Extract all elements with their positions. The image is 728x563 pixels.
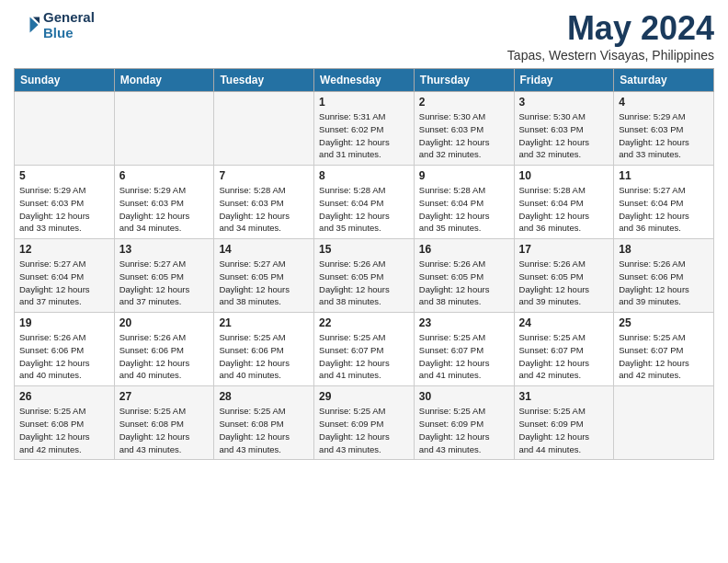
calendar-cell: 28Sunrise: 5:25 AMSunset: 6:08 PMDayligh… xyxy=(214,386,314,460)
weekday-tuesday: Tuesday xyxy=(214,69,314,92)
calendar-cell: 2Sunrise: 5:30 AMSunset: 6:03 PMDaylight… xyxy=(414,92,514,166)
week-row-2: 5Sunrise: 5:29 AMSunset: 6:03 PMDaylight… xyxy=(15,166,714,239)
day-info: Sunrise: 5:27 AMSunset: 6:05 PMDaylight:… xyxy=(119,258,210,308)
day-number: 8 xyxy=(319,169,409,182)
weekday-thursday: Thursday xyxy=(414,69,514,92)
logo-text: General Blue xyxy=(43,9,95,40)
day-info: Sunrise: 5:25 AMSunset: 6:09 PMDaylight:… xyxy=(319,405,409,455)
calendar-cell: 13Sunrise: 5:27 AMSunset: 6:05 PMDayligh… xyxy=(114,239,214,313)
day-info: Sunrise: 5:28 AMSunset: 6:04 PMDaylight:… xyxy=(319,184,409,235)
day-number: 20 xyxy=(119,316,210,329)
calendar-cell xyxy=(614,386,714,460)
day-info: Sunrise: 5:26 AMSunset: 6:05 PMDaylight:… xyxy=(319,258,409,308)
day-number: 24 xyxy=(519,316,609,329)
day-info: Sunrise: 5:26 AMSunset: 6:06 PMDaylight:… xyxy=(19,331,109,382)
weekday-header-row: SundayMondayTuesdayWednesdayThursdayFrid… xyxy=(15,69,714,92)
day-info: Sunrise: 5:27 AMSunset: 6:05 PMDaylight:… xyxy=(219,258,309,308)
day-info: Sunrise: 5:27 AMSunset: 6:04 PMDaylight:… xyxy=(19,258,109,308)
calendar-cell: 4Sunrise: 5:29 AMSunset: 6:03 PMDaylight… xyxy=(614,92,714,166)
calendar-cell: 14Sunrise: 5:27 AMSunset: 6:05 PMDayligh… xyxy=(214,239,314,313)
day-info: Sunrise: 5:30 AMSunset: 6:03 PMDaylight:… xyxy=(519,110,609,161)
calendar-cell: 10Sunrise: 5:28 AMSunset: 6:04 PMDayligh… xyxy=(514,166,614,239)
calendar-cell: 17Sunrise: 5:26 AMSunset: 6:05 PMDayligh… xyxy=(514,239,614,313)
day-number: 1 xyxy=(319,96,409,109)
day-number: 19 xyxy=(19,316,109,329)
calendar-cell xyxy=(214,92,314,166)
day-number: 4 xyxy=(619,96,709,109)
weekday-sunday: Sunday xyxy=(15,69,115,92)
day-number: 25 xyxy=(619,316,709,329)
day-info: Sunrise: 5:25 AMSunset: 6:08 PMDaylight:… xyxy=(119,405,210,455)
day-info: Sunrise: 5:25 AMSunset: 6:07 PMDaylight:… xyxy=(419,331,509,382)
day-number: 7 xyxy=(219,169,309,182)
calendar-cell: 7Sunrise: 5:28 AMSunset: 6:03 PMDaylight… xyxy=(214,166,314,239)
weekday-friday: Friday xyxy=(514,69,614,92)
day-info: Sunrise: 5:29 AMSunset: 6:03 PMDaylight:… xyxy=(19,184,109,235)
day-info: Sunrise: 5:29 AMSunset: 6:03 PMDaylight:… xyxy=(119,184,210,235)
day-number: 28 xyxy=(219,390,309,403)
week-row-4: 19Sunrise: 5:26 AMSunset: 6:06 PMDayligh… xyxy=(15,313,714,386)
weekday-monday: Monday xyxy=(114,69,214,92)
page-header: General Blue May 2024 Tapas, Western Vis… xyxy=(14,9,714,63)
weekday-saturday: Saturday xyxy=(614,69,714,92)
day-number: 15 xyxy=(319,243,409,256)
day-info: Sunrise: 5:28 AMSunset: 6:03 PMDaylight:… xyxy=(219,184,309,235)
day-number: 14 xyxy=(219,243,309,256)
day-info: Sunrise: 5:28 AMSunset: 6:04 PMDaylight:… xyxy=(519,184,609,235)
day-number: 27 xyxy=(119,390,210,403)
day-number: 5 xyxy=(19,169,109,182)
calendar-cell: 19Sunrise: 5:26 AMSunset: 6:06 PMDayligh… xyxy=(15,313,115,386)
day-info: Sunrise: 5:25 AMSunset: 6:09 PMDaylight:… xyxy=(519,405,609,455)
calendar-cell: 26Sunrise: 5:25 AMSunset: 6:08 PMDayligh… xyxy=(15,386,115,460)
calendar-cell: 30Sunrise: 5:25 AMSunset: 6:09 PMDayligh… xyxy=(414,386,514,460)
day-number: 31 xyxy=(519,390,609,403)
day-number: 9 xyxy=(419,169,509,182)
calendar-cell: 25Sunrise: 5:25 AMSunset: 6:07 PMDayligh… xyxy=(614,313,714,386)
day-number: 23 xyxy=(419,316,509,329)
day-number: 26 xyxy=(19,390,109,403)
day-number: 12 xyxy=(19,243,109,256)
calendar-cell: 24Sunrise: 5:25 AMSunset: 6:07 PMDayligh… xyxy=(514,313,614,386)
calendar-cell: 6Sunrise: 5:29 AMSunset: 6:03 PMDaylight… xyxy=(114,166,214,239)
day-info: Sunrise: 5:26 AMSunset: 6:06 PMDaylight:… xyxy=(619,258,709,308)
day-info: Sunrise: 5:25 AMSunset: 6:06 PMDaylight:… xyxy=(219,331,309,382)
calendar-cell: 5Sunrise: 5:29 AMSunset: 6:03 PMDaylight… xyxy=(15,166,115,239)
day-number: 30 xyxy=(419,390,509,403)
calendar-cell: 15Sunrise: 5:26 AMSunset: 6:05 PMDayligh… xyxy=(314,239,415,313)
calendar-cell: 21Sunrise: 5:25 AMSunset: 6:06 PMDayligh… xyxy=(214,313,314,386)
calendar-cell: 22Sunrise: 5:25 AMSunset: 6:07 PMDayligh… xyxy=(314,313,415,386)
day-info: Sunrise: 5:25 AMSunset: 6:07 PMDaylight:… xyxy=(319,331,409,382)
calendar-cell: 29Sunrise: 5:25 AMSunset: 6:09 PMDayligh… xyxy=(314,386,415,460)
day-info: Sunrise: 5:25 AMSunset: 6:07 PMDaylight:… xyxy=(619,331,709,382)
day-info: Sunrise: 5:26 AMSunset: 6:06 PMDaylight:… xyxy=(119,331,210,382)
day-number: 22 xyxy=(319,316,409,329)
day-info: Sunrise: 5:25 AMSunset: 6:08 PMDaylight:… xyxy=(219,405,309,455)
calendar-cell xyxy=(15,92,115,166)
day-number: 6 xyxy=(119,169,210,182)
day-info: Sunrise: 5:25 AMSunset: 6:08 PMDaylight:… xyxy=(19,405,109,455)
week-row-5: 26Sunrise: 5:25 AMSunset: 6:08 PMDayligh… xyxy=(15,386,714,460)
day-info: Sunrise: 5:27 AMSunset: 6:04 PMDaylight:… xyxy=(619,184,709,235)
calendar-cell: 31Sunrise: 5:25 AMSunset: 6:09 PMDayligh… xyxy=(514,386,614,460)
day-number: 13 xyxy=(119,243,210,256)
logo-icon xyxy=(14,12,40,38)
day-info: Sunrise: 5:26 AMSunset: 6:05 PMDaylight:… xyxy=(419,258,509,308)
calendar-cell: 23Sunrise: 5:25 AMSunset: 6:07 PMDayligh… xyxy=(414,313,514,386)
calendar-cell: 9Sunrise: 5:28 AMSunset: 6:04 PMDaylight… xyxy=(414,166,514,239)
calendar-cell: 1Sunrise: 5:31 AMSunset: 6:02 PMDaylight… xyxy=(314,92,415,166)
week-row-1: 1Sunrise: 5:31 AMSunset: 6:02 PMDaylight… xyxy=(15,92,714,166)
weekday-wednesday: Wednesday xyxy=(314,69,415,92)
logo: General Blue xyxy=(14,9,95,40)
month-title: May 2024 xyxy=(507,9,714,48)
day-info: Sunrise: 5:31 AMSunset: 6:02 PMDaylight:… xyxy=(319,110,409,161)
calendar-body: 1Sunrise: 5:31 AMSunset: 6:02 PMDaylight… xyxy=(15,92,714,460)
calendar-cell: 11Sunrise: 5:27 AMSunset: 6:04 PMDayligh… xyxy=(614,166,714,239)
title-area: May 2024 Tapas, Western Visayas, Philipp… xyxy=(507,9,714,63)
day-number: 3 xyxy=(519,96,609,109)
day-number: 17 xyxy=(519,243,609,256)
day-number: 29 xyxy=(319,390,409,403)
week-row-3: 12Sunrise: 5:27 AMSunset: 6:04 PMDayligh… xyxy=(15,239,714,313)
calendar-cell: 20Sunrise: 5:26 AMSunset: 6:06 PMDayligh… xyxy=(114,313,214,386)
calendar-cell: 16Sunrise: 5:26 AMSunset: 6:05 PMDayligh… xyxy=(414,239,514,313)
day-info: Sunrise: 5:30 AMSunset: 6:03 PMDaylight:… xyxy=(419,110,509,161)
